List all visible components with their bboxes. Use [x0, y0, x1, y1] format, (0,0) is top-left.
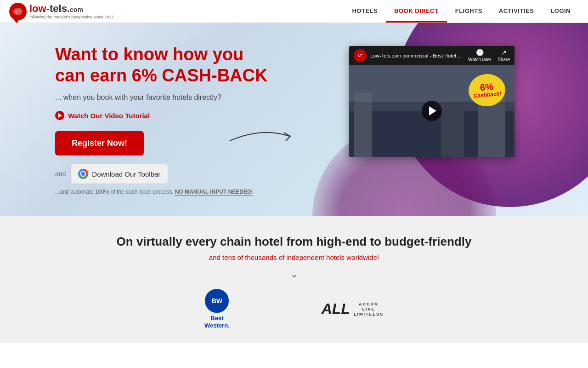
chain-section: On virtually every chain hotel from high…: [0, 216, 588, 343]
nav-item-flights[interactable]: FLIGHTS: [447, 0, 491, 23]
hero-section: Want to know how you can earn 6% CASH-BA…: [0, 23, 588, 216]
logo-dash: -: [46, 3, 50, 14]
chain-title: On virtually every chain hotel from high…: [9, 235, 579, 249]
nav-item-book-direct[interactable]: BOOK DIRECT: [386, 0, 447, 23]
logo-name: low-tels.com: [29, 4, 113, 14]
accor-line3: LIMITLESS: [354, 312, 384, 316]
video-actions: 🕐 Watch later ↗ Share: [468, 49, 510, 62]
clock-icon: 🕐: [476, 49, 484, 56]
accor-sub: ACCOR LIVE LIMITLESS: [354, 302, 384, 316]
toolbar-button[interactable]: Download Our Toolbar: [70, 164, 168, 184]
logo-tels: tels: [50, 3, 67, 14]
share-label: Share: [498, 57, 510, 62]
svg-text:LT: LT: [16, 10, 21, 14]
bw-text: Best Western.: [204, 315, 230, 329]
video-play-button[interactable]: [422, 101, 442, 121]
logo-subtitle: following the traveler's perspective sin…: [29, 15, 113, 19]
accor-all: ALL: [322, 300, 350, 317]
best-western-logo: BW Best Western.: [204, 289, 230, 329]
logo: LT low-tels.com following the traveler's…: [9, 3, 113, 20]
svg-rect-10: [441, 97, 464, 157]
logo-icon: LT: [12, 6, 23, 17]
video-card: LT Low-Tels.com commercial - Best Hotel.…: [349, 46, 514, 157]
watch-tutorial-text: Watch Our Video Tutorial: [68, 112, 150, 120]
cashback-percent: 6%: [480, 82, 494, 92]
video-logo: LT: [354, 49, 367, 62]
video-logo-text: LT: [358, 54, 362, 57]
play-icon: [55, 111, 64, 120]
arrow-curve: [225, 122, 299, 150]
hero-subtitle: ... when you book with your favorite hot…: [55, 93, 276, 102]
logo-text: low-tels.com following the traveler's pe…: [29, 4, 113, 19]
register-button[interactable]: Register Now!: [55, 131, 144, 155]
logo-com: com: [70, 6, 83, 13]
chain-subtitle: and tens of thousands of independent hot…: [9, 253, 579, 261]
nav-item-activities[interactable]: ACTIVITIES: [491, 0, 543, 23]
nav-item-login[interactable]: LOGIN: [542, 0, 579, 23]
cashback-label: Cashback!: [473, 90, 502, 99]
video-title: Low-Tels.com commercial - Best Hotel...: [370, 53, 464, 58]
hotel-logos: BW Best Western. ALL ACCOR LIVE LIMITLES…: [9, 289, 579, 329]
header: LT low-tels.com following the traveler's…: [0, 0, 588, 23]
video-top-bar: LT Low-Tels.com commercial - Best Hotel.…: [349, 46, 514, 65]
svg-rect-8: [354, 92, 372, 157]
bw-line1: Best: [204, 315, 230, 322]
hero-title: Want to know how you can earn 6% CASH-BA…: [55, 44, 276, 86]
accor-line1: ACCOR: [354, 302, 384, 306]
logo-low: low: [29, 3, 46, 14]
and-text: and: [55, 170, 66, 178]
watch-later-action[interactable]: 🕐 Watch later: [468, 49, 491, 62]
bw-short: BW: [212, 297, 222, 305]
accor-logo: ALL ACCOR LIVE LIMITLESS: [322, 300, 384, 317]
nav: HOTELS BOOK DIRECT FLIGHTS ACTIVITIES LO…: [344, 0, 579, 23]
share-icon: ↗: [501, 49, 507, 56]
automate-text: ...and automate 100% of the cash-back pr…: [55, 189, 276, 195]
toolbar-row: and Download Our Toolbar: [55, 164, 276, 184]
logo-badge: LT: [9, 3, 27, 20]
bw-circle: BW: [205, 289, 229, 313]
toolbar-button-label: Download Our Toolbar: [92, 170, 160, 178]
watch-later-label: Watch later: [468, 57, 491, 62]
chevron-down-icon: ⌄: [9, 269, 579, 280]
automate-text-main: ...and automate 100% of the cash-back pr…: [55, 189, 173, 195]
watch-tutorial-link[interactable]: Watch Our Video Tutorial: [55, 111, 276, 120]
chrome-icon: [78, 169, 88, 179]
no-manual-link[interactable]: NO MANUAL INPUT NEEDED!: [175, 189, 253, 196]
bw-line2: Western.: [204, 322, 230, 329]
share-action[interactable]: ↗ Share: [498, 49, 510, 62]
accor-line2: LIVE: [354, 307, 384, 311]
hero-content: Want to know how you can earn 6% CASH-BA…: [0, 44, 276, 195]
nav-item-hotels[interactable]: HOTELS: [344, 0, 386, 23]
video-thumbnail: 6% Cashback!: [349, 65, 514, 157]
